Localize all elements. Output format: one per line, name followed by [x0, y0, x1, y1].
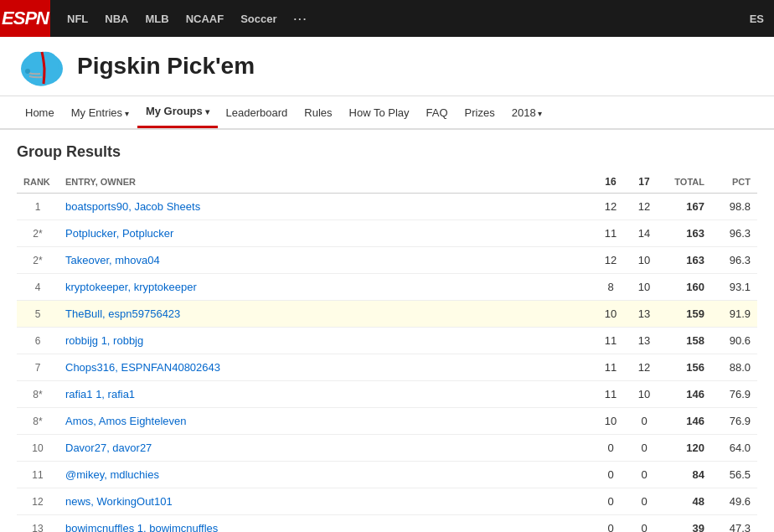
col-header-total: TOTAL: [661, 171, 711, 194]
cell-entry[interactable]: kryptokeeper, kryptokeeper: [59, 274, 594, 301]
cell-wk16: 11: [594, 328, 627, 354]
cell-rank: 6: [17, 328, 59, 354]
cell-pct: 56.5: [711, 462, 757, 488]
cell-wk17: 13: [627, 328, 661, 354]
cell-pct: 96.3: [711, 220, 757, 247]
brand-title: Pigskin Pick'em: [77, 53, 255, 80]
table-row: 7 Chops316, ESPNFAN40802643 11 12 156 88…: [17, 354, 757, 381]
cell-total: 163: [661, 247, 711, 274]
nav-soccer[interactable]: Soccer: [234, 9, 283, 28]
cell-rank: 7: [17, 354, 59, 381]
col-header-rank: RANK: [17, 171, 59, 194]
subnav-how-to-play[interactable]: How To Play: [341, 98, 418, 127]
svg-point-1: [25, 69, 30, 74]
table-row: 2* Potplucker, Potplucker 11 14 163 96.3: [17, 220, 757, 247]
entry-link: Chops316, ESPNFAN40802643: [65, 361, 220, 374]
cell-total: 156: [661, 354, 711, 381]
results-table: RANK ENTRY, OWNER 16 17 TOTAL PCT 1 boat…: [17, 171, 757, 532]
table-header-row: RANK ENTRY, OWNER 16 17 TOTAL PCT: [17, 171, 757, 194]
cell-entry[interactable]: Potplucker, Potplucker: [59, 220, 594, 247]
cell-entry[interactable]: Amos, Amos Eighteleven: [59, 408, 594, 435]
cell-wk17: 10: [627, 381, 661, 408]
nav-nba[interactable]: NBA: [98, 9, 135, 28]
cell-wk17: 0: [627, 462, 661, 488]
cell-wk16: 12: [594, 247, 627, 274]
cell-total: 160: [661, 274, 711, 301]
nav-ncaaf[interactable]: NCAAF: [179, 9, 231, 28]
cell-pct: 47.3: [711, 515, 757, 533]
cell-total: 163: [661, 220, 711, 247]
subnav-2018[interactable]: 2018: [503, 98, 551, 127]
cell-total: 146: [661, 381, 711, 408]
subnav-leaderboard[interactable]: Leaderboard: [218, 98, 297, 127]
cell-pct: 96.3: [711, 247, 757, 274]
cell-pct: 93.1: [711, 274, 757, 301]
entry-link: kryptokeeper, kryptokeeper: [65, 281, 197, 293]
col-header-wk16: 16: [594, 171, 627, 194]
cell-wk16: 11: [594, 354, 627, 381]
entry-link: Takeover, mhova04: [65, 254, 160, 266]
espn-logo-text: ESPN: [2, 8, 49, 29]
cell-wk17: 0: [627, 435, 661, 462]
subnav-home[interactable]: Home: [17, 98, 63, 127]
section-title: Group Results: [17, 143, 757, 161]
cell-wk16: 0: [594, 488, 627, 515]
cell-wk16: 0: [594, 435, 627, 462]
cell-rank: 11: [17, 462, 59, 488]
cell-wk17: 0: [627, 515, 661, 533]
cell-entry[interactable]: @mikey, mdluchies: [59, 462, 594, 488]
subnav-my-groups[interactable]: My Groups: [137, 96, 218, 128]
cell-entry[interactable]: TheBull, espn59756423: [59, 301, 594, 328]
table-row: 5 TheBull, espn59756423 10 13 159 91.9: [17, 301, 757, 328]
cell-entry[interactable]: robbijg 1, robbjg: [59, 328, 594, 354]
cell-entry[interactable]: rafia1 1, rafia1: [59, 381, 594, 408]
cell-total: 120: [661, 435, 711, 462]
cell-wk17: 10: [627, 274, 661, 301]
col-header-pct: PCT: [711, 171, 757, 194]
sub-navigation: Home My Entries My Groups Leaderboard Ru…: [0, 96, 774, 130]
cell-pct: 88.0: [711, 354, 757, 381]
cell-entry[interactable]: Takeover, mhova04: [59, 247, 594, 274]
cell-pct: 76.9: [711, 408, 757, 435]
cell-total: 158: [661, 328, 711, 354]
cell-wk17: 13: [627, 301, 661, 328]
subnav-prizes[interactable]: Prizes: [457, 98, 503, 127]
cell-pct: 76.9: [711, 381, 757, 408]
main-content: Group Results RANK ENTRY, OWNER 16 17 TO…: [0, 130, 774, 532]
cell-rank: 5: [17, 301, 59, 328]
cell-entry[interactable]: boatsports90, Jacob Sheets: [59, 194, 594, 220]
subnav-rules[interactable]: Rules: [296, 98, 340, 127]
cell-rank: 2*: [17, 247, 59, 274]
cell-wk17: 14: [627, 220, 661, 247]
cell-wk17: 12: [627, 194, 661, 220]
subnav-faq[interactable]: FAQ: [418, 98, 457, 127]
cell-entry[interactable]: Chops316, ESPNFAN40802643: [59, 354, 594, 381]
table-row: 8* Amos, Amos Eighteleven 10 0 146 76.9: [17, 408, 757, 435]
nav-more[interactable]: ···: [287, 9, 315, 28]
table-row: 4 kryptokeeper, kryptokeeper 8 10 160 93…: [17, 274, 757, 301]
cell-entry[interactable]: Davor27, davor27: [59, 435, 594, 462]
cell-rank: 8*: [17, 408, 59, 435]
cell-rank: 8*: [17, 381, 59, 408]
cell-rank: 12: [17, 488, 59, 515]
cell-entry[interactable]: news, WorkingOut101: [59, 488, 594, 515]
cell-pct: 49.6: [711, 488, 757, 515]
cell-rank: 2*: [17, 220, 59, 247]
table-row: 8* rafia1 1, rafia1 11 10 146 76.9: [17, 381, 757, 408]
cell-total: 159: [661, 301, 711, 328]
cell-wk16: 10: [594, 408, 627, 435]
table-row: 2* Takeover, mhova04 12 10 163 96.3: [17, 247, 757, 274]
top-nav-links: NFL NBA MLB NCAAF Soccer ···: [50, 9, 314, 28]
cell-wk17: 0: [627, 408, 661, 435]
subnav-my-entries[interactable]: My Entries: [63, 98, 137, 127]
nav-nfl[interactable]: NFL: [60, 9, 95, 28]
cell-pct: 90.6: [711, 328, 757, 354]
nav-mlb[interactable]: MLB: [138, 9, 175, 28]
top-nav-right-label: ES: [750, 13, 774, 25]
espn-logo[interactable]: ESPN: [0, 0, 50, 37]
table-row: 1 boatsports90, Jacob Sheets 12 12 167 9…: [17, 194, 757, 220]
entry-link: bowimcnuffles 1, bowimcnuffles: [65, 522, 218, 532]
cell-wk16: 0: [594, 515, 627, 533]
cell-entry[interactable]: bowimcnuffles 1, bowimcnuffles: [59, 515, 594, 533]
cell-rank: 4: [17, 274, 59, 301]
